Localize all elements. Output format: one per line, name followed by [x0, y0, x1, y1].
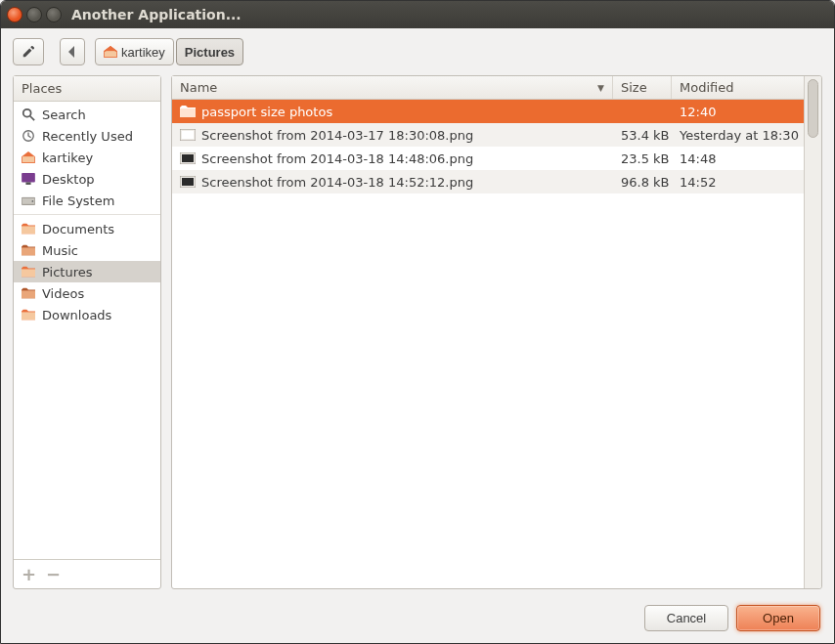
column-header-name-label: Name — [180, 80, 217, 95]
sidebar-item-desktop[interactable]: Desktop — [14, 168, 160, 190]
remove-bookmark-button[interactable]: − — [46, 564, 61, 584]
file-modified: 14:48 — [680, 151, 716, 166]
sidebar-item-label: Music — [42, 243, 78, 258]
sidebar-item-home[interactable]: kartikey — [14, 147, 160, 168]
image-icon — [180, 176, 196, 188]
pencil-icon — [22, 45, 35, 59]
file-name: passport size photos — [201, 105, 332, 119]
home-icon — [21, 150, 36, 165]
file-row[interactable]: Screenshot from 2014-03-17 18:30:08.png … — [172, 123, 804, 147]
file-area: Name ▼ Size Modified passport size ph — [171, 75, 822, 589]
file-row[interactable]: passport size photos 12:40 — [172, 100, 804, 123]
svg-point-1 — [23, 109, 31, 117]
column-header-modified-label: Modified — [680, 80, 733, 95]
image-icon — [180, 152, 196, 164]
sidebar-item-downloads[interactable]: Downloads — [14, 304, 160, 325]
file-name: Screenshot from 2014-03-18 14:48:06.png — [201, 151, 473, 166]
sidebar-item-label: Documents — [42, 222, 114, 236]
cancel-button[interactable]: Cancel — [644, 605, 728, 631]
chevron-left-icon — [68, 46, 76, 58]
file-scrollbar[interactable] — [804, 76, 821, 588]
file-row[interactable]: Screenshot from 2014-03-18 14:48:06.png … — [172, 147, 804, 170]
svg-rect-20 — [182, 178, 194, 186]
places-footer: + − — [14, 559, 160, 588]
sidebar-item-label: Recently Used — [42, 129, 133, 144]
path-crumb-home-label: kartikey — [121, 45, 165, 60]
search-icon — [21, 107, 36, 122]
path-bar: kartikey Pictures — [95, 38, 243, 65]
sidebar-item-music[interactable]: Music — [14, 239, 160, 261]
svg-rect-9 — [22, 226, 35, 234]
file-table: Name ▼ Size Modified passport size ph — [172, 76, 804, 588]
sidebar-item-search[interactable]: Search — [14, 104, 160, 125]
file-modified: 14:52 — [680, 175, 716, 190]
sidebar-item-recent[interactable]: Recently Used — [14, 125, 160, 147]
path-crumb-home[interactable]: kartikey — [95, 38, 174, 65]
path-crumb-current-label: Pictures — [185, 45, 235, 60]
column-header-size[interactable]: Size — [613, 76, 672, 99]
file-table-header: Name ▼ Size Modified — [172, 76, 804, 100]
add-bookmark-button[interactable]: + — [22, 564, 36, 584]
sidebar-item-pictures[interactable]: Pictures — [14, 261, 160, 282]
button-bar: Cancel Open — [1, 597, 834, 643]
svg-rect-14 — [180, 108, 196, 117]
sidebar-item-label: File System — [42, 193, 114, 208]
sort-indicator-icon: ▼ — [597, 83, 604, 93]
sidebar-item-filesystem[interactable]: File System — [14, 190, 160, 211]
file-row[interactable]: Screenshot from 2014-03-18 14:52:12.png … — [172, 170, 804, 193]
places-list: Search Recently Used kartikey Desktop Fi — [14, 102, 160, 559]
svg-point-8 — [32, 200, 34, 202]
file-size: 53.4 kB — [621, 128, 670, 143]
svg-line-2 — [30, 116, 34, 120]
file-modified: 12:40 — [680, 105, 716, 119]
folder-icon — [21, 221, 36, 236]
path-crumb-current[interactable]: Pictures — [176, 38, 243, 65]
window-controls — [7, 7, 62, 22]
recent-icon — [21, 128, 36, 144]
image-icon — [180, 129, 196, 141]
svg-rect-5 — [22, 173, 35, 182]
folder-icon — [21, 242, 36, 258]
path-back-button[interactable] — [60, 38, 85, 65]
sidebar-item-label: Search — [42, 107, 86, 122]
sidebar-item-label: kartikey — [42, 150, 93, 165]
svg-rect-0 — [105, 51, 116, 57]
folder-icon — [21, 285, 36, 301]
sidebar-item-label: Downloads — [42, 308, 111, 322]
sidebar-item-documents[interactable]: Documents — [14, 214, 160, 239]
svg-rect-13 — [22, 312, 35, 320]
content-area: Places Search Recently Used kartikey Des… — [1, 75, 834, 597]
window-title: Another Application... — [71, 7, 242, 22]
svg-rect-6 — [25, 182, 30, 185]
scrollbar-thumb[interactable] — [808, 79, 818, 138]
column-header-name[interactable]: Name ▼ — [172, 76, 613, 99]
maximize-icon[interactable] — [46, 7, 62, 22]
folder-open-icon — [180, 106, 196, 117]
sidebar-item-label: Videos — [42, 286, 84, 301]
open-button[interactable]: Open — [736, 605, 820, 631]
file-size: 96.8 kB — [621, 175, 670, 190]
minimize-icon[interactable] — [26, 7, 42, 22]
edit-path-button[interactable] — [13, 38, 44, 65]
folder-icon — [21, 307, 36, 322]
drive-icon — [21, 193, 36, 208]
desktop-icon — [21, 171, 36, 187]
file-chooser-window: Another Application... kartikey Pictures — [0, 0, 835, 644]
titlebar[interactable]: Another Application... — [1, 1, 834, 28]
places-header: Places — [14, 76, 160, 102]
column-header-size-label: Size — [621, 80, 647, 95]
file-table-body[interactable]: passport size photos 12:40 Screenshot fr… — [172, 100, 804, 588]
file-modified: Yesterday at 18:30 — [680, 128, 799, 143]
folder-icon — [21, 264, 36, 279]
close-icon[interactable] — [7, 7, 22, 22]
places-sidebar: Places Search Recently Used kartikey Des… — [13, 75, 161, 589]
toolbar: kartikey Pictures — [1, 28, 834, 75]
svg-rect-12 — [22, 290, 35, 298]
svg-rect-10 — [22, 247, 35, 255]
sidebar-item-videos[interactable]: Videos — [14, 282, 160, 304]
home-icon — [104, 46, 117, 58]
sidebar-item-label: Pictures — [42, 265, 92, 279]
file-size: 23.5 kB — [621, 151, 670, 166]
column-header-modified[interactable]: Modified — [672, 76, 804, 99]
sidebar-item-label: Desktop — [42, 172, 95, 187]
